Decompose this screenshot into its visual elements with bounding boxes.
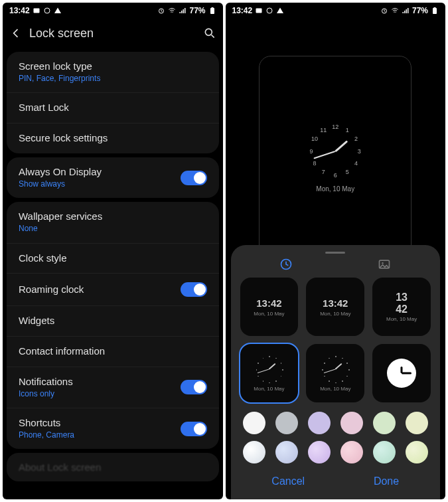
app-bar: Lock screen [3,19,223,48]
svg-rect-9 [433,8,437,14]
signal-icon [179,7,187,15]
message-icon [33,7,40,15]
row-subtitle: Show always [19,179,102,190]
row-label: Secure lock settings [19,132,108,145]
row-label: Smart Lock [19,102,69,114]
settings-row[interactable]: Clock style [7,243,219,274]
color-swatches [238,402,434,466]
battery-pct: 77% [189,6,205,15]
status-bar: 13:42 77% [3,3,223,19]
toggle-switch[interactable] [181,422,207,436]
battery-icon [208,7,216,15]
color-swatch[interactable] [406,441,428,463]
search-icon[interactable] [203,27,216,40]
drag-handle[interactable] [325,252,345,254]
clock-style-option[interactable]: Mon, 10 May [306,344,364,402]
svg-point-7 [267,8,272,13]
toggle-switch[interactable] [181,380,207,394]
cutoff-row: About Lock screen [7,453,219,481]
settings-row[interactable]: Wallpaper servicesNone [7,202,219,242]
settings-row[interactable]: ShortcutsPhone, Camera [7,408,219,449]
row-subtitle: PIN, Face, Fingerprints [19,74,100,84]
alarm-icon [157,7,165,15]
image-tab-icon[interactable] [378,258,391,271]
color-swatch[interactable] [373,412,396,434]
preview-date: Mon, 10 May [316,185,354,193]
wifi-icon [391,7,399,15]
wifi-icon [168,7,176,15]
row-label: Notifications [19,376,73,388]
page-title: Lock screen [29,27,196,41]
color-swatch[interactable] [275,441,298,463]
alarm-icon [380,7,388,15]
battery-icon [431,7,439,15]
settings-row[interactable]: Widgets [7,305,219,336]
refresh-icon [265,7,273,15]
back-icon[interactable] [9,27,23,40]
toggle-switch[interactable] [181,171,207,185]
settings-row[interactable]: NotificationsIcons only [7,367,219,408]
row-subtitle: None [19,224,102,234]
warning-icon [54,7,62,15]
svg-point-1 [44,8,50,13]
svg-point-13 [382,262,384,264]
clock-style-option[interactable] [372,344,431,402]
clock-style-option[interactable]: 13:42Mon, 10 May [306,278,364,336]
settings-row[interactable]: Smart Lock [7,92,219,123]
status-time: 13:42 [9,6,30,15]
signal-icon [402,7,410,15]
svg-point-5 [205,29,212,35]
svg-rect-4 [211,7,213,8]
settings-row[interactable]: Contact information [7,336,219,367]
color-swatch[interactable] [275,412,298,434]
color-swatch[interactable] [243,441,265,463]
battery-pct: 77% [412,6,428,15]
row-subtitle: Phone, Camera [19,430,74,441]
svg-rect-3 [210,8,214,14]
svg-rect-6 [256,9,262,13]
settings-row[interactable]: Always On DisplayShow always [7,157,219,198]
analog-clock-preview: 123456789101112 [307,123,364,180]
refresh-icon [43,7,51,15]
color-swatch[interactable] [308,412,331,434]
color-swatch[interactable] [308,441,331,463]
cancel-button[interactable]: Cancel [271,475,305,487]
row-label: Contact information [19,345,105,358]
clock-style-editor: 13:42 77% 123456789101112 Mon, 10 May [226,3,446,499]
row-label: Shortcuts [19,417,74,430]
status-bar: 13:42 77% [226,3,446,19]
message-icon [255,7,263,15]
clock-style-option[interactable]: 1342Mon, 10 May [372,278,431,336]
row-label: Wallpaper services [19,210,102,223]
clock-tab-icon[interactable] [279,258,293,271]
color-swatch[interactable] [340,441,363,463]
clock-style-option[interactable]: 13:42Mon, 10 May [240,278,299,336]
done-button[interactable]: Done [374,475,399,487]
color-swatch[interactable] [373,441,396,463]
settings-list: Screen lock typePIN, Face, FingerprintsS… [3,48,223,499]
color-swatch[interactable] [406,412,428,434]
status-time: 13:42 [232,6,253,15]
settings-row[interactable]: Secure lock settings [7,123,219,153]
settings-row[interactable]: Screen lock typePIN, Face, Fingerprints [7,52,219,92]
clock-style-option[interactable]: Mon, 10 May [240,344,299,402]
warning-icon [276,7,284,15]
row-label: Screen lock type [19,60,100,73]
settings-row[interactable]: Roaming clock [7,273,219,305]
svg-rect-0 [33,9,39,13]
color-swatch[interactable] [340,412,363,434]
row-label: Roaming clock [19,284,84,296]
clock-preview: 123456789101112 Mon, 10 May [259,56,411,259]
row-subtitle: Icons only [19,389,73,400]
row-label: Widgets [19,315,54,327]
row-label: Always On Display [19,166,102,179]
style-picker-sheet: 13:42Mon, 10 May13:42Mon, 10 May1342Mon,… [231,245,441,499]
toggle-switch[interactable] [181,282,207,297]
lock-screen-settings: 13:42 77% Lock screen Screen lock typePI… [3,3,223,499]
svg-rect-10 [434,7,436,8]
row-label: Clock style [19,252,67,265]
color-swatch[interactable] [243,412,265,434]
